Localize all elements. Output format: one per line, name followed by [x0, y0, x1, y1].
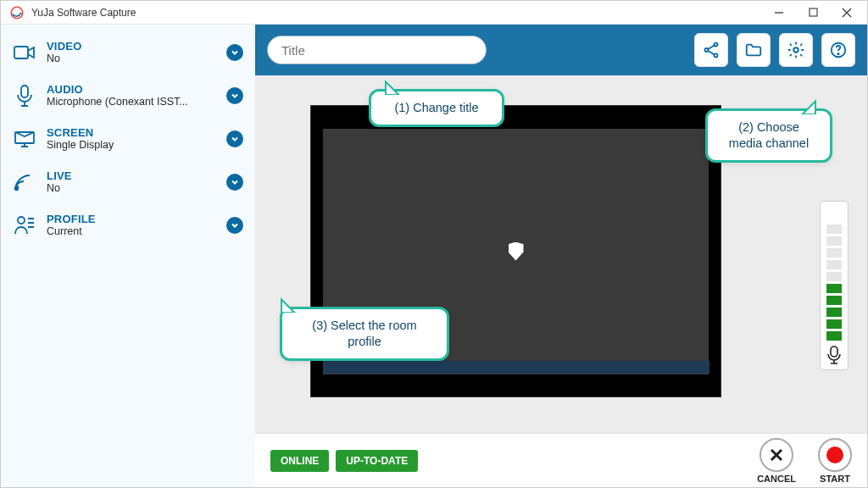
taskbar-preview: [324, 361, 709, 374]
shield-icon: [509, 242, 524, 261]
meter-bars: [826, 207, 842, 341]
sidebar-item-label: AUDIO: [47, 83, 216, 96]
callout-media-channel: (2) Choose media channel: [705, 108, 832, 163]
svg-point-9: [18, 217, 25, 224]
svg-rect-6: [21, 86, 28, 97]
chevron-down-icon[interactable]: [226, 130, 243, 147]
online-status-badge: ONLINE: [270, 450, 329, 472]
title-input[interactable]: [267, 36, 487, 64]
footer-bar: ONLINE UP-TO-DATE CANCEL START: [255, 433, 867, 487]
callout-change-title: (1) Change title: [369, 89, 504, 127]
profile-icon: [13, 214, 36, 237]
svg-line-14: [708, 51, 714, 55]
close-button[interactable]: [830, 1, 864, 25]
update-status-badge: UP-TO-DATE: [336, 450, 418, 472]
folder-button[interactable]: [737, 33, 771, 67]
svg-point-15: [793, 47, 798, 53]
broadcast-icon: [13, 170, 36, 194]
share-button[interactable]: [694, 33, 728, 67]
svg-rect-18: [831, 347, 837, 357]
sidebar-item-video[interactable]: VIDEONo: [13, 40, 243, 64]
sidebar-item-audio[interactable]: AUDIOMicrophone (Conexant ISST...: [13, 83, 243, 108]
video-icon: [13, 41, 36, 64]
svg-point-12: [714, 53, 717, 57]
svg-rect-2: [810, 8, 817, 16]
microphone-icon: [13, 84, 36, 108]
chevron-down-icon[interactable]: [226, 44, 243, 61]
svg-point-17: [837, 53, 838, 54]
sidebar-item-value: No: [47, 53, 216, 64]
chevron-down-icon[interactable]: [226, 87, 243, 104]
title-bar: YuJa Software Capture: [1, 1, 867, 25]
app-window: YuJa Software Capture VIDEONo AUDIOMicro…: [0, 0, 868, 488]
cancel-label: CANCEL: [757, 474, 796, 484]
sidebar-item-label: SCREEN: [47, 126, 216, 139]
sidebar-item-label: PROFILE: [47, 213, 216, 225]
settings-button[interactable]: [779, 33, 813, 67]
audio-level-meter: [820, 201, 849, 370]
start-label: START: [820, 474, 850, 484]
help-button[interactable]: [821, 33, 855, 67]
sidebar-item-label: LIVE: [47, 169, 216, 182]
minimize-button[interactable]: [762, 1, 796, 25]
svg-rect-5: [14, 47, 28, 58]
app-logo-icon: [9, 5, 25, 20]
sidebar-item-value: Current: [47, 225, 216, 237]
sidebar-item-profile[interactable]: PROFILECurrent: [13, 213, 243, 237]
screen-icon: [13, 127, 36, 151]
record-icon: [826, 446, 843, 463]
sidebar-item-value: Single Display: [47, 139, 216, 151]
start-button[interactable]: START: [818, 438, 852, 484]
sidebar-item-value: Microphone (Conexant ISST...: [47, 96, 216, 108]
main-area: ONLINE UP-TO-DATE CANCEL START: [255, 25, 867, 487]
svg-point-10: [704, 48, 708, 52]
sidebar: VIDEONo AUDIOMicrophone (Conexant ISST..…: [1, 25, 255, 487]
sidebar-item-screen[interactable]: SCREENSingle Display: [13, 126, 243, 151]
window-title: YuJa Software Capture: [31, 7, 762, 19]
svg-point-8: [15, 186, 19, 190]
maximize-button[interactable]: [796, 1, 830, 25]
callout-room-profile: (3) Select the room profile: [280, 307, 449, 361]
microphone-icon: [826, 346, 842, 364]
top-toolbar: [255, 25, 867, 75]
sidebar-item-value: No: [47, 182, 216, 194]
svg-line-13: [708, 46, 714, 50]
sidebar-item-live[interactable]: LIVENo: [13, 169, 243, 194]
chevron-down-icon[interactable]: [226, 174, 243, 191]
cancel-button[interactable]: CANCEL: [757, 438, 796, 484]
sidebar-item-label: VIDEO: [47, 40, 216, 53]
chevron-down-icon[interactable]: [226, 217, 243, 234]
svg-point-11: [714, 43, 717, 47]
